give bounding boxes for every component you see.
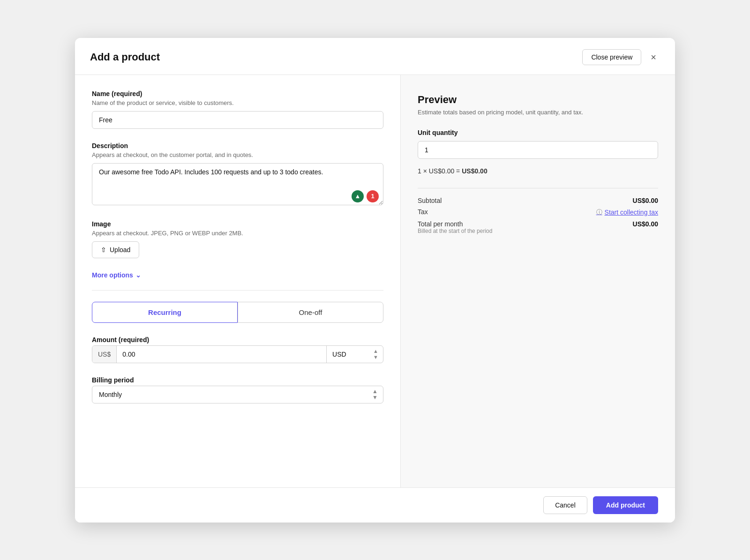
calc-bold: US$0.00	[462, 167, 487, 175]
preview-hint: Estimate totals based on pricing model, …	[418, 109, 658, 116]
cancel-button[interactable]: Cancel	[543, 496, 587, 514]
description-hint: Appears at checkout, on the customer por…	[92, 151, 383, 158]
total-row: Total per month Billed at the start of t…	[418, 220, 658, 234]
amount-row: US$ USD EUR GBP ▲▼	[92, 345, 383, 363]
image-hint: Appears at checkout. JPEG, PNG or WEBP u…	[92, 230, 383, 237]
preview-calc: 1 × US$0.00 = US$0.00	[418, 167, 658, 175]
name-label: Name (required)	[92, 90, 383, 97]
amount-label: Amount (required)	[92, 336, 383, 343]
upload-icon: ⇧	[101, 246, 106, 254]
ai-icon[interactable]: ▲	[352, 190, 364, 202]
description-label: Description	[92, 142, 383, 149]
image-field-group: Image Appears at checkout. JPEG, PNG or …	[92, 220, 383, 258]
left-panel: Name (required) Name of the product or s…	[75, 75, 401, 487]
modal-header: Add a product Close preview ×	[75, 38, 675, 75]
modal-footer: Cancel Add product	[75, 487, 675, 523]
preview-title: Preview	[418, 94, 658, 106]
upload-button[interactable]: ⇧ Upload	[92, 241, 139, 258]
chevron-down-icon: ⌄	[135, 271, 141, 279]
subtotal-value: US$0.00	[633, 197, 658, 204]
textarea-icons: ▲ 1	[352, 190, 379, 202]
tax-label: Tax	[418, 208, 428, 216]
total-label-col: Total per month Billed at the start of t…	[418, 220, 492, 234]
amount-prefix: US$	[92, 346, 117, 363]
recurring-button[interactable]: Recurring	[92, 302, 238, 323]
textarea-wrap: Our awesome free Todo API. Includes 100 …	[92, 163, 383, 207]
currency-select[interactable]: USD EUR GBP	[326, 346, 368, 363]
preview-divider	[418, 188, 658, 188]
total-value: US$0.00	[633, 220, 658, 228]
info-icon: ⓘ	[596, 208, 602, 217]
amount-field-group: Amount (required) US$ USD EUR GBP ▲▼	[92, 336, 383, 363]
more-options-button[interactable]: More options ⌄	[92, 271, 141, 279]
name-field-group: Name (required) Name of the product or s…	[92, 90, 383, 129]
billed-note: Billed at the start of the period	[418, 228, 492, 234]
billing-period-select[interactable]: Monthly Yearly Weekly	[92, 386, 383, 403]
tax-row: Tax ⓘ Start collecting tax	[418, 208, 658, 217]
right-panel: Preview Estimate totals based on pricing…	[401, 75, 675, 487]
divider	[92, 290, 383, 291]
description-input[interactable]: Our awesome free Todo API. Includes 100 …	[92, 163, 383, 205]
calc-text: 1 × US$0.00 =	[418, 167, 460, 175]
tax-link-label: Start collecting tax	[605, 209, 658, 216]
name-input[interactable]	[92, 111, 383, 129]
amount-input[interactable]	[117, 346, 326, 363]
billing-period-select-wrapper: Monthly Yearly Weekly ▲▼	[92, 386, 383, 403]
total-label: Total per month	[418, 220, 492, 228]
description-field-group: Description Appears at checkout, on the …	[92, 142, 383, 207]
add-product-button[interactable]: Add product	[593, 496, 658, 514]
image-label: Image	[92, 220, 383, 228]
subtotal-label: Subtotal	[418, 197, 442, 204]
name-hint: Name of the product or service, visible …	[92, 99, 383, 106]
billing-period-label: Billing period	[92, 376, 383, 384]
unit-quantity-label: Unit quantity	[418, 129, 658, 136]
more-options-label: More options	[92, 271, 133, 279]
currency-wrap: USD EUR GBP ▲▼	[326, 346, 383, 363]
unit-quantity-input[interactable]	[418, 141, 658, 159]
add-product-modal: Add a product Close preview × Name (requ…	[75, 38, 675, 523]
currency-arrows-icon: ▲▼	[368, 348, 383, 359]
modal-title: Add a product	[90, 51, 160, 63]
subtotal-row: Subtotal US$0.00	[418, 197, 658, 204]
close-button[interactable]: ×	[647, 51, 660, 64]
oneoff-button[interactable]: One-off	[238, 302, 383, 323]
notification-badge: 1	[367, 190, 379, 202]
header-actions: Close preview ×	[582, 49, 660, 65]
upload-label: Upload	[110, 246, 130, 254]
billing-period-field-group: Billing period Monthly Yearly Weekly ▲▼	[92, 376, 383, 403]
pricing-toggle-group: Recurring One-off	[92, 302, 383, 323]
start-collecting-tax-link[interactable]: ⓘ Start collecting tax	[596, 208, 658, 217]
close-preview-button[interactable]: Close preview	[582, 49, 641, 65]
modal-body: Name (required) Name of the product or s…	[75, 75, 675, 487]
